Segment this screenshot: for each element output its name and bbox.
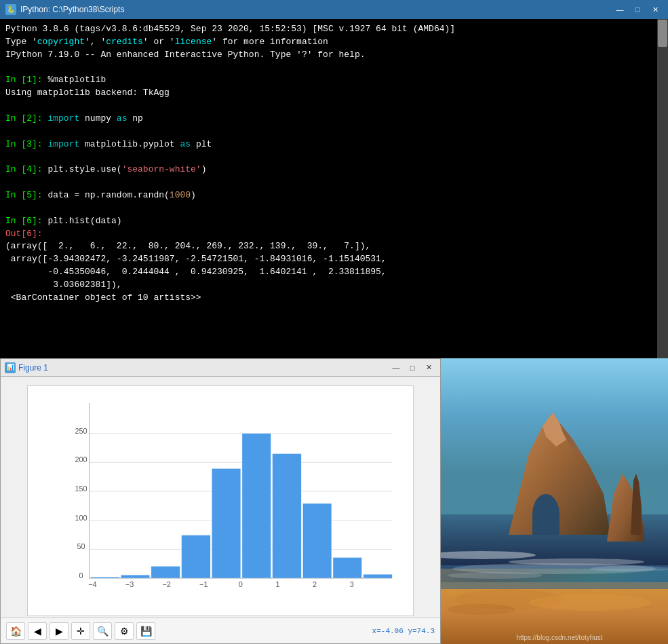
terminal-scrollbar[interactable]: [657, 19, 668, 358]
svg-text:100: 100: [75, 513, 87, 521]
terminal-out-6: Out[6]:: [5, 228, 663, 241]
bar-2: [121, 575, 150, 578]
terminal-in-5: In [5]: data = np.random.randn(1000): [5, 189, 663, 202]
bar-9: [333, 557, 362, 578]
figure-window-controls: — □ ✕: [389, 362, 436, 374]
close-button[interactable]: ✕: [648, 3, 663, 16]
figure-minimize-button[interactable]: —: [389, 362, 404, 374]
svg-text:0: 0: [239, 580, 243, 588]
terminal-in-3: In [3]: import matplotlib.pyplot as plt: [5, 138, 663, 151]
terminal-line-4: Using matplotlib backend: TkAgg: [5, 87, 663, 100]
bar-10: [364, 574, 393, 578]
coordinates-display: x=-4.06 y=74.3: [372, 627, 435, 635]
background-image: https://blog.csdn.net/totyhust: [441, 358, 668, 644]
bar-6: [242, 433, 271, 577]
title-bar: 🐍 IPython: C:\Python38\Scripts — □ ✕: [0, 0, 668, 19]
pan-button[interactable]: ✛: [71, 622, 90, 640]
figure-maximize-button[interactable]: □: [405, 362, 420, 374]
ipython-icon: 🐍: [5, 4, 16, 15]
bar-7: [273, 453, 302, 578]
maximize-button[interactable]: □: [630, 3, 645, 16]
bar-3: [151, 566, 180, 578]
terminal-in-1: In [1]: %matplotlib: [5, 74, 663, 87]
subplots-button[interactable]: ⚙: [115, 622, 134, 640]
bar-4: [182, 535, 211, 578]
terminal-line-1: Python 3.8.6 (tags/v3.8.6:db45529, Sep 2…: [5, 23, 663, 36]
svg-text:0: 0: [79, 571, 83, 580]
svg-rect-30: [532, 514, 559, 535]
svg-text:−1: −1: [199, 580, 208, 588]
url-text: https://blog.csdn.net/totyhust: [516, 634, 603, 641]
terminal-blank-3: [5, 126, 663, 138]
title-bar-left: 🐍 IPython: C:\Python38\Scripts: [5, 4, 124, 15]
terminal-blank-2: [5, 100, 663, 113]
title-bar-text: IPython: C:\Python38\Scripts: [20, 5, 124, 14]
svg-text:200: 200: [75, 455, 87, 463]
svg-point-39: [448, 572, 543, 579]
terminal-in-2: In [2]: import numpy as np: [5, 113, 663, 126]
svg-point-36: [448, 604, 515, 615]
svg-text:1: 1: [275, 580, 279, 588]
zoom-button[interactable]: 🔍: [93, 622, 112, 640]
histogram-chart: 0 50 100 150 200 250 −4 −3 −2 −1 0 1 2 3: [62, 396, 403, 588]
chart-container: 0 50 100 150 200 250 −4 −3 −2 −1 0 1 2 3: [1, 377, 440, 618]
svg-point-35: [529, 594, 651, 611]
terminal-in-4: In [4]: plt.style.use('seaborn-white'): [5, 164, 663, 176]
back-button[interactable]: ◀: [28, 622, 47, 640]
terminal-scrollbar-thumb[interactable]: [658, 20, 667, 47]
chart-inner: 0 50 100 150 200 250 −4 −3 −2 −1 0 1 2 3: [27, 385, 414, 616]
bar-8: [302, 503, 332, 577]
figure-toolbar: 🏠 ◀ ▶ ✛ 🔍 ⚙ 💾 x=-4.06 y=74.3: [1, 618, 440, 643]
figure-close-button[interactable]: ✕: [421, 362, 436, 374]
svg-text:−3: −3: [125, 580, 134, 588]
terminal-out-array3: -0.45350046, 0.2444044 , 0.94230925, 1.6…: [5, 266, 663, 279]
terminal-line-2: Type 'copyright', 'credits' or 'license'…: [5, 36, 663, 49]
figure-window: 📊 Figure 1 — □ ✕ 0 50 100 150 200: [0, 358, 441, 644]
svg-text:3: 3: [350, 580, 354, 588]
bar-5: [212, 468, 241, 578]
svg-text:−2: −2: [162, 580, 170, 588]
toolbar-buttons: 🏠 ◀ ▶ ✛ 🔍 ⚙ 💾: [6, 622, 155, 640]
terminal-blank-5: [5, 176, 663, 189]
terminal-out-bar: <BarContainer object of 10 artists>>: [5, 292, 663, 305]
svg-text:50: 50: [77, 542, 85, 550]
terminal-window: Python 3.8.6 (tags/v3.8.6:db45529, Sep 2…: [0, 19, 668, 358]
svg-text:−4: −4: [88, 580, 96, 588]
svg-text:2: 2: [313, 580, 317, 588]
svg-text:250: 250: [75, 426, 87, 434]
terminal-out-array4: 3.03602381]),: [5, 279, 663, 292]
bottom-area: 📊 Figure 1 — □ ✕ 0 50 100 150 200: [0, 358, 668, 644]
figure-title-text: Figure 1: [18, 363, 48, 373]
svg-text:150: 150: [75, 485, 87, 493]
minimize-button[interactable]: —: [612, 3, 627, 16]
figure-title-left: 📊 Figure 1: [5, 362, 48, 373]
terminal-blank-4: [5, 151, 663, 164]
save-button[interactable]: 💾: [136, 622, 155, 640]
terminal-line-3: IPython 7.19.0 -- An enhanced Interactiv…: [5, 49, 663, 62]
terminal-blank-6: [5, 202, 663, 215]
terminal-out-array2: array([-3.94302472, -3.24511987, -2.5472…: [5, 253, 663, 266]
terminal-out-array: (array([ 2., 6., 22., 80., 204., 269., 2…: [5, 240, 663, 253]
figure-title-bar: 📊 Figure 1 — □ ✕: [1, 359, 440, 377]
window-controls: — □ ✕: [612, 3, 663, 16]
landscape-image: https://blog.csdn.net/totyhust: [441, 358, 668, 644]
figure-icon: 📊: [5, 362, 16, 373]
terminal-blank-1: [5, 62, 663, 75]
forward-button[interactable]: ▶: [50, 622, 68, 640]
bar-1: [90, 577, 119, 578]
home-button[interactable]: 🏠: [6, 622, 25, 640]
terminal-in-6: In [6]: plt.hist(data): [5, 215, 663, 228]
